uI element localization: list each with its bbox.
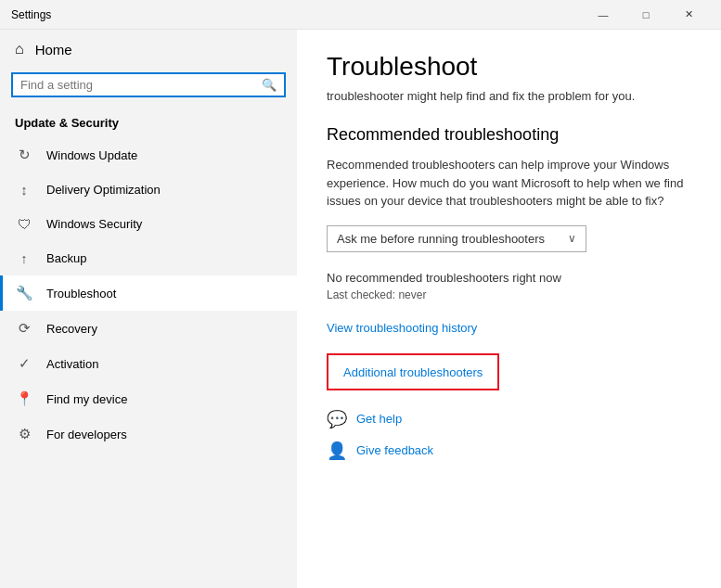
get-help-item: 💬 Get help <box>327 409 691 429</box>
home-label: Home <box>35 42 72 58</box>
troubleshooter-dropdown[interactable]: Ask me before running troubleshooters ∨ <box>327 225 586 252</box>
dropdown-value: Ask me before running troubleshooters <box>337 232 545 246</box>
titlebar: Settings — □ ✕ <box>0 0 721 30</box>
windows-update-label: Windows Update <box>46 148 137 162</box>
sidebar-item-recovery[interactable]: ⟳Recovery <box>0 311 297 346</box>
activation-label: Activation <box>46 357 98 371</box>
no-troubleshooters-text: No recommended troubleshooters right now <box>327 271 691 285</box>
troubleshoot-label: Troubleshoot <box>46 287 116 300</box>
sidebar-item-activation[interactable]: ✓Activation <box>0 346 297 381</box>
additional-troubleshooters-link[interactable]: Additional troubleshooters <box>343 365 483 379</box>
search-icon: 🔍 <box>262 78 277 92</box>
get-help-link[interactable]: Get help <box>356 412 402 426</box>
delivery-optimization-label: Delivery Optimization <box>46 183 161 197</box>
backup-icon: ↑ <box>15 250 33 266</box>
find-my-device-icon: 📍 <box>15 390 33 407</box>
delivery-optimization-icon: ↕ <box>15 182 33 198</box>
minimize-button[interactable]: — <box>582 0 624 30</box>
sidebar-item-troubleshoot[interactable]: 🔧Troubleshoot <box>0 275 297 311</box>
recovery-icon: ⟳ <box>15 320 33 337</box>
last-checked-text: Last checked: never <box>327 288 691 301</box>
maximize-button[interactable]: □ <box>624 0 667 30</box>
sidebar-item-windows-security[interactable]: 🛡Windows Security <box>0 207 297 241</box>
search-input[interactable] <box>20 78 262 92</box>
sidebar-item-backup[interactable]: ↑Backup <box>0 241 297 275</box>
titlebar-title: Settings <box>11 8 582 21</box>
recommended-desc: Recommended troubleshooters can help imp… <box>327 156 691 211</box>
sidebar: ⌂ Home 🔍 Update & Security ↻Windows Upda… <box>0 30 297 588</box>
page-title: Troubleshoot <box>327 52 691 82</box>
sidebar-item-find-my-device[interactable]: 📍Find my device <box>0 381 297 416</box>
sidebar-item-for-developers[interactable]: ⚙For developers <box>0 416 297 452</box>
page-subtitle: troubleshooter might help find and fix t… <box>327 89 691 103</box>
app-container: ⌂ Home 🔍 Update & Security ↻Windows Upda… <box>0 30 721 588</box>
recommended-heading: Recommended troubleshooting <box>327 125 691 145</box>
troubleshoot-icon: 🔧 <box>15 285 33 301</box>
get-help-icon: 💬 <box>327 409 347 429</box>
windows-update-icon: ↻ <box>15 147 33 163</box>
view-history-link[interactable]: View troubleshooting history <box>327 321 477 335</box>
sidebar-section-title: Update & Security <box>0 109 297 137</box>
windows-security-label: Windows Security <box>46 217 142 231</box>
give-feedback-link[interactable]: Give feedback <box>356 443 433 457</box>
give-feedback-icon: 👤 <box>327 441 347 461</box>
find-my-device-label: Find my device <box>46 392 127 406</box>
for-developers-icon: ⚙ <box>15 426 33 442</box>
home-icon: ⌂ <box>15 41 24 58</box>
recovery-label: Recovery <box>46 322 97 336</box>
for-developers-label: For developers <box>46 428 127 441</box>
windows-security-icon: 🛡 <box>15 216 33 232</box>
nav-items-list: ↻Windows Update↕Delivery Optimization🛡Wi… <box>0 137 297 452</box>
dropdown-arrow-icon: ∨ <box>568 232 576 245</box>
titlebar-controls: — □ ✕ <box>582 0 710 30</box>
additional-troubleshooters-box: Additional troubleshooters <box>327 353 499 390</box>
search-box[interactable]: 🔍 <box>11 72 286 97</box>
home-nav-item[interactable]: ⌂ Home <box>0 30 297 69</box>
give-feedback-item: 👤 Give feedback <box>327 441 691 461</box>
sidebar-item-delivery-optimization[interactable]: ↕Delivery Optimization <box>0 173 297 207</box>
sidebar-item-windows-update[interactable]: ↻Windows Update <box>0 137 297 173</box>
main-content: Troubleshoot troubleshooter might help f… <box>297 30 721 588</box>
close-button[interactable]: ✕ <box>667 0 710 30</box>
backup-label: Backup <box>46 251 86 265</box>
activation-icon: ✓ <box>15 355 33 372</box>
